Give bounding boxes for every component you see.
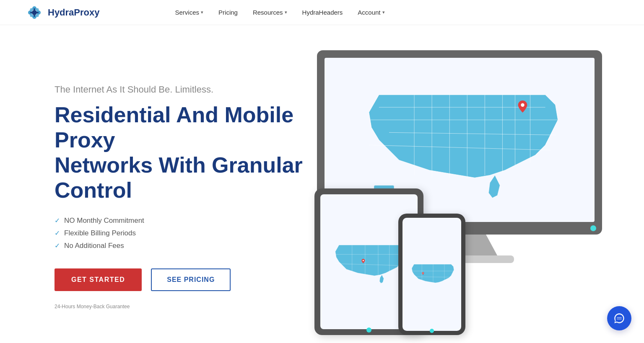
check-icon-3: ✓ <box>55 242 60 250</box>
monitor-power-icon <box>590 225 596 231</box>
svg-point-33 <box>363 260 364 261</box>
feature-list: ✓ NO Monthly Commitment ✓ Flexible Billi… <box>55 217 306 250</box>
hero-section: The Internet As It Should Be. Limitless.… <box>0 25 644 343</box>
phone-power-icon <box>430 329 434 333</box>
svg-point-10 <box>36 14 39 17</box>
feature-no-monthly: ✓ NO Monthly Commitment <box>55 217 306 225</box>
account-chevron-icon: ▾ <box>382 10 385 15</box>
services-chevron-icon: ▾ <box>201 10 203 15</box>
logo-text: HydraProxy <box>48 7 100 18</box>
check-icon-1: ✓ <box>55 217 60 224</box>
svg-point-9 <box>30 14 33 17</box>
see-pricing-button[interactable]: SEE PRICING <box>151 268 231 291</box>
cta-buttons: GET STARTED SEE PRICING 24-Hours Money-B… <box>55 268 306 309</box>
svg-point-7 <box>30 8 33 11</box>
nav-links: Services ▾ Pricing Resources ▾ HydraHead… <box>175 9 385 16</box>
svg-point-39 <box>423 273 423 273</box>
nav-resources[interactable]: Resources ▾ <box>253 9 287 16</box>
get-started-button[interactable]: GET STARTED <box>55 268 142 291</box>
resources-chevron-icon: ▾ <box>285 10 287 15</box>
hero-devices <box>289 50 602 343</box>
money-back-text: 24-Hours Money-Back Guarantee <box>55 304 130 309</box>
hero-content: The Internet As It Should Be. Limitless.… <box>55 84 306 309</box>
svg-point-8 <box>36 8 39 11</box>
check-icon-2: ✓ <box>55 229 60 237</box>
svg-point-26 <box>521 103 524 106</box>
chat-button[interactable] <box>607 306 631 330</box>
navbar: HydraProxy Services ▾ Pricing Resources … <box>0 0 644 25</box>
nav-account[interactable]: Account ▾ <box>358 9 384 16</box>
button-row: GET STARTED SEE PRICING <box>55 268 231 291</box>
phone-screen <box>402 218 461 331</box>
feature-no-fees: ✓ No Additional Fees <box>55 242 306 250</box>
hero-title: Residential And Mobile Proxy Networks Wi… <box>55 103 306 203</box>
hero-subtitle: The Internet As It Should Be. Limitless. <box>55 84 306 95</box>
logo[interactable]: HydraProxy <box>25 3 100 22</box>
feature-flexible-billing: ✓ Flexible Billing Periods <box>55 229 306 237</box>
nav-pricing[interactable]: Pricing <box>218 9 238 16</box>
phone-device <box>398 214 465 335</box>
tablet-power-icon <box>366 328 371 333</box>
nav-services[interactable]: Services ▾ <box>175 9 204 16</box>
nav-hydraheaders[interactable]: HydraHeaders <box>302 9 343 16</box>
